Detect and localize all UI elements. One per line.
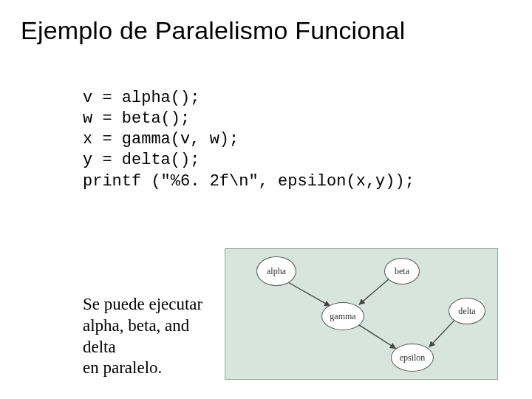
code-line: printf ("%6. 2f\n", epsilon(x,y)); bbox=[83, 172, 415, 191]
graph-node-beta: beta bbox=[384, 258, 420, 284]
graph-node-epsilon: epsilon bbox=[391, 344, 434, 372]
note-line: alpha, beta, and delta bbox=[83, 316, 219, 358]
parallel-note: Se puede ejecutar alpha, beta, and delta… bbox=[0, 248, 225, 379]
note-line: Se puede ejecutar bbox=[83, 294, 219, 316]
graph-node-alpha: alpha bbox=[256, 256, 296, 286]
bottom-row: Se puede ejecutar alpha, beta, and delta… bbox=[0, 248, 532, 380]
code-line: v = alpha(); bbox=[83, 89, 200, 107]
svg-line-2 bbox=[359, 325, 395, 349]
code-line: y = delta(); bbox=[83, 151, 200, 169]
svg-line-1 bbox=[359, 279, 390, 305]
graph-node-gamma: gamma bbox=[321, 302, 364, 330]
code-line: x = gamma(v, w); bbox=[83, 130, 239, 149]
svg-line-0 bbox=[286, 282, 330, 307]
svg-line-3 bbox=[429, 321, 454, 347]
code-line: w = beta(); bbox=[83, 109, 190, 128]
slide-title: Ejemplo de Paralelismo Funcional bbox=[0, 0, 532, 45]
code-block: v = alpha(); w = beta(); x = gamma(v, w)… bbox=[0, 45, 532, 192]
graph-node-delta: delta bbox=[449, 298, 485, 324]
dependency-graph: alpha beta gamma delta epsilon bbox=[225, 248, 498, 380]
note-line: en paralelo. bbox=[83, 358, 219, 379]
